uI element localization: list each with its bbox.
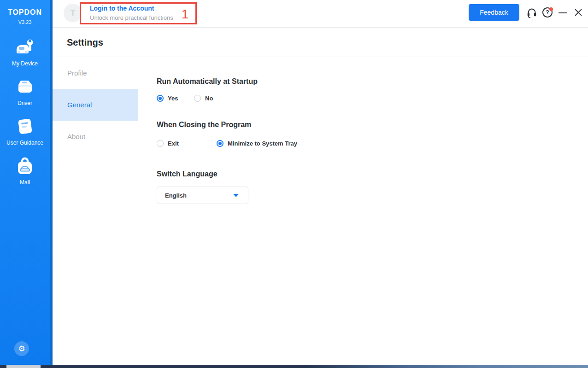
my-device-icon [14,37,35,58]
sidebar-nav: My Device Driver [0,37,50,186]
mall-icon [14,156,35,177]
sidebar-item-user-guidance[interactable]: User Guidance [0,116,50,146]
radio-label: Yes [168,95,178,102]
subnav-item-general[interactable]: General [53,89,138,121]
help-glyph: ? [546,9,549,16]
login-title: Login to the Account [90,5,173,12]
radio-label: No [205,95,213,102]
radio-label: Exit [168,140,179,147]
driver-icon [14,76,35,98]
radio-option-exit[interactable]: Exit [157,140,179,147]
radio-option-no[interactable]: No [194,95,213,102]
sidebar-item-label: Mall [20,179,30,186]
brand-logo: TOPDON [0,8,50,17]
sidebar-item-mall[interactable]: Mall [0,156,50,186]
settings-gear-button[interactable]: ⚙ [14,341,29,356]
radio-label: Minimize to System Tray [228,140,297,147]
subnav-item-profile[interactable]: Profile [53,57,138,89]
sidebar-item-label: My Device [12,60,38,67]
page-title: Settings [67,28,103,57]
login-subtitle: Unlock more practical functions [90,14,173,21]
radio-option-minimize-to-tray[interactable]: Minimize to System Tray [217,140,297,147]
notification-badge [549,7,553,11]
section-heading-run-at-startup: Run Automatically at Startup [157,77,258,86]
subnav-item-about[interactable]: About [53,121,138,152]
chevron-down-icon [233,194,239,197]
brand: TOPDON V3.23 [0,8,50,25]
language-selected-value: English [165,192,187,199]
sidebar-item-label: User Guidance [6,140,43,146]
app-window: TOPDON V3.23 My Device [0,0,588,368]
radio-yes[interactable] [157,95,164,102]
settings-subnav: Profile General About [53,57,138,365]
section-heading-switch-language: Switch Language [157,170,218,178]
settings-titlebar: Settings [53,28,588,57]
section-heading-when-closing: When Closing the Program [157,121,251,129]
language-dropdown[interactable]: English [157,187,248,204]
minimize-button[interactable] [559,12,567,13]
app-version: V3.23 [0,19,50,25]
feedback-button[interactable]: Feedback [469,4,519,21]
avatar-letter: T [70,8,76,18]
taskbar-button-edge [6,365,41,368]
sidebar-item-label: Driver [18,100,32,106]
radio-exit[interactable] [157,140,164,147]
sidebar: TOPDON V3.23 My Device [0,0,53,365]
login-link[interactable]: Login to the Account Unlock more practic… [90,5,173,21]
subnav-item-label: About [67,133,85,140]
settings-general-panel: Run Automatically at Startup Yes No When… [138,57,588,365]
sidebar-item-my-device[interactable]: My Device [0,37,50,67]
radio-option-yes[interactable]: Yes [157,95,178,102]
annotation-number: 1 [182,7,188,22]
help-icon[interactable]: ? [542,7,553,18]
radio-no[interactable] [194,95,201,102]
gear-icon: ⚙ [18,344,25,353]
avatar[interactable]: T [64,4,82,22]
subnav-item-label: General [67,101,92,109]
radio-minimize-to-tray[interactable] [217,140,223,147]
taskbar-edge [0,365,588,368]
sidebar-item-driver[interactable]: Driver [0,76,50,106]
header: T Login to the Account Unlock more pract… [53,0,588,28]
support-headset-icon[interactable] [526,7,537,20]
subnav-item-label: Profile [67,69,87,77]
user-guidance-icon [14,116,35,137]
close-button[interactable] [574,8,583,19]
